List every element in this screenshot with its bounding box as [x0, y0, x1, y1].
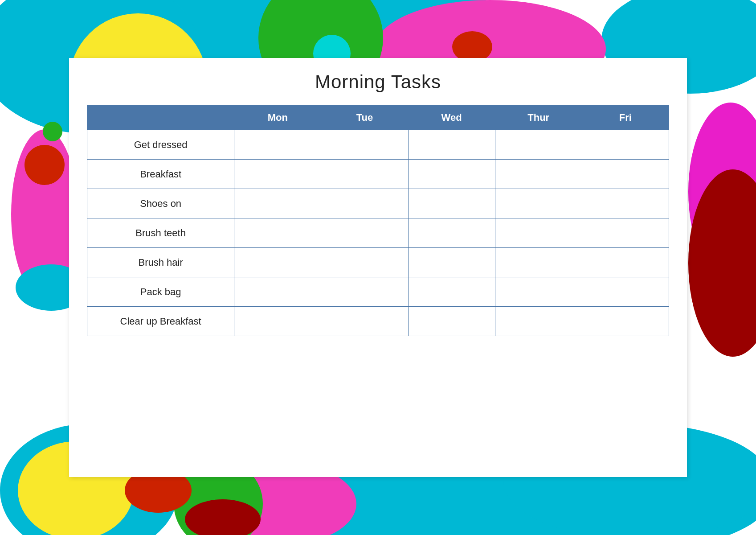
day-cell[interactable]: [495, 277, 582, 307]
day-cell[interactable]: [408, 160, 495, 189]
svg-point-20: [25, 145, 65, 185]
day-cell[interactable]: [495, 189, 582, 218]
day-cell[interactable]: [408, 277, 495, 307]
task-label: Breakfast: [87, 160, 234, 189]
table-row: Shoes on: [87, 189, 669, 218]
day-cell[interactable]: [582, 130, 669, 160]
day-cell[interactable]: [234, 189, 321, 218]
day-cell[interactable]: [582, 277, 669, 307]
day-cell[interactable]: [582, 189, 669, 218]
day-cell[interactable]: [582, 248, 669, 277]
day-cell[interactable]: [321, 189, 408, 218]
task-header: [87, 106, 234, 130]
task-label: Shoes on: [87, 189, 234, 218]
col-wed: Wed: [408, 106, 495, 130]
day-cell[interactable]: [234, 130, 321, 160]
task-label: Brush teeth: [87, 218, 234, 248]
day-cell[interactable]: [321, 130, 408, 160]
day-cell[interactable]: [582, 218, 669, 248]
day-cell[interactable]: [495, 307, 582, 336]
svg-point-17: [43, 122, 62, 141]
day-cell[interactable]: [234, 160, 321, 189]
col-thur: Thur: [495, 106, 582, 130]
col-tue: Tue: [321, 106, 408, 130]
day-cell[interactable]: [321, 307, 408, 336]
day-cell[interactable]: [495, 130, 582, 160]
day-cell[interactable]: [495, 218, 582, 248]
day-cell[interactable]: [234, 307, 321, 336]
main-card: Morning Tasks Mon Tue Wed Thur Fri Get d…: [69, 58, 687, 477]
col-fri: Fri: [582, 106, 669, 130]
day-cell[interactable]: [408, 189, 495, 218]
day-cell[interactable]: [495, 160, 582, 189]
day-cell[interactable]: [408, 248, 495, 277]
day-cell[interactable]: [408, 307, 495, 336]
day-cell[interactable]: [234, 277, 321, 307]
tasks-table: Mon Tue Wed Thur Fri Get dressedBreakfas…: [87, 105, 669, 336]
task-label: Get dressed: [87, 130, 234, 160]
table-row: Clear up Breakfast: [87, 307, 669, 336]
table-row: Breakfast: [87, 160, 669, 189]
day-cell[interactable]: [321, 218, 408, 248]
col-mon: Mon: [234, 106, 321, 130]
table-row: Pack bag: [87, 277, 669, 307]
task-label: Brush hair: [87, 248, 234, 277]
page-title: Morning Tasks: [315, 71, 441, 93]
day-cell[interactable]: [582, 160, 669, 189]
table-row: Brush teeth: [87, 218, 669, 248]
day-cell[interactable]: [408, 218, 495, 248]
day-cell[interactable]: [321, 160, 408, 189]
task-label: Clear up Breakfast: [87, 307, 234, 336]
day-cell[interactable]: [408, 130, 495, 160]
day-cell[interactable]: [234, 248, 321, 277]
day-cell[interactable]: [234, 218, 321, 248]
day-cell[interactable]: [582, 307, 669, 336]
task-label: Pack bag: [87, 277, 234, 307]
day-cell[interactable]: [321, 248, 408, 277]
table-row: Get dressed: [87, 130, 669, 160]
day-cell[interactable]: [495, 248, 582, 277]
day-cell[interactable]: [321, 277, 408, 307]
table-row: Brush hair: [87, 248, 669, 277]
